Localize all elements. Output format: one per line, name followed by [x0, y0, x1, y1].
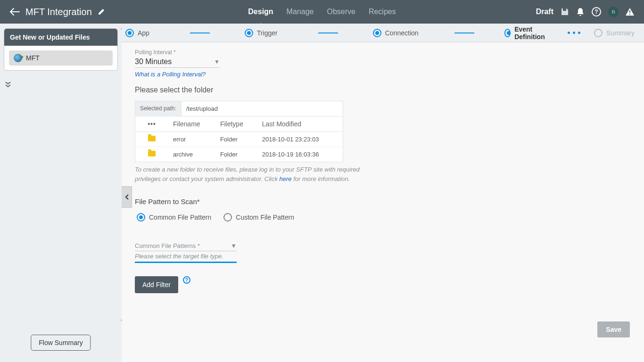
bell-icon[interactable] [576, 7, 585, 16]
integration-title: MFT Integration [25, 7, 92, 17]
sidebar-card-body: MFT [4, 46, 117, 70]
cell-filename: error [168, 132, 215, 147]
expand-chevrons-icon[interactable] [4, 80, 118, 89]
caret-down-icon: ▼ [231, 242, 237, 249]
step-connection[interactable]: Connection [373, 29, 424, 37]
folder-path-box: Selected path: /test/upload ••• Filename… [135, 101, 343, 162]
polling-interval-help-link[interactable]: What is a Polling Interval? [135, 71, 206, 78]
folder-table: ••• Filename Filetype Last Modified erro… [135, 116, 343, 162]
add-filter-button[interactable]: Add Filter [135, 276, 178, 293]
table-row[interactable]: archive Folder 2018-10-19 16:03:36 [135, 147, 343, 162]
svg-rect-2 [629, 10, 630, 13]
alert-triangle-icon[interactable] [625, 8, 635, 16]
help-circle-icon[interactable]: ? [591, 7, 602, 17]
main: ▲ Get New or Updated Files MFT Flow Summ… [0, 24, 644, 362]
pattern-section-title: File Pattern to Scan* [135, 197, 631, 206]
table-row[interactable]: error Folder 2018-10-01 23:23:03 [135, 132, 343, 147]
step-circle-icon [594, 29, 603, 37]
help-circle-icon[interactable]: ? [183, 276, 190, 284]
svg-text:?: ? [594, 8, 598, 15]
sidebar-item-mft[interactable]: MFT [9, 50, 113, 66]
cell-last-modified: 2018-10-01 23:23:03 [257, 132, 343, 147]
radio-icon [223, 213, 232, 222]
cell-filetype: Folder [215, 132, 257, 147]
top-bar: MFT Integration Design Manage Observe Re… [0, 0, 644, 24]
step-label: Connection [385, 29, 419, 37]
flow-summary-button[interactable]: Flow Summary [31, 335, 91, 351]
common-patterns-help: Please select the target file type. [135, 253, 631, 260]
path-header: Selected path: /test/upload [135, 101, 343, 116]
tab-design[interactable]: Design [248, 0, 273, 24]
folder-icon [148, 136, 156, 141]
cell-filename: archive [168, 147, 215, 162]
folder-note: To create a new folder to receive files,… [135, 165, 380, 183]
save-button[interactable]: Save [597, 321, 630, 337]
topbar-left: MFT Integration [0, 7, 105, 17]
step-label: App [138, 29, 149, 37]
tab-recipes[interactable]: Recipes [369, 0, 396, 24]
path-value: /test/upload [182, 101, 223, 116]
step-event-definition[interactable]: Event Definition [504, 25, 555, 41]
avatar[interactable]: n [608, 7, 619, 17]
polling-interval-label: Polling Interval * [135, 49, 631, 56]
step-connector [318, 33, 338, 33]
folder-section-title: Please select the folder [135, 86, 631, 94]
col-filename: Filename [168, 116, 215, 132]
folder-note-post: for more information. [292, 175, 350, 182]
sidebar-card: Get New or Updated Files MFT [4, 28, 118, 71]
col-last-modified: Last Modified [257, 116, 343, 132]
step-label: Event Definition [514, 25, 549, 41]
col-filetype: Filetype [215, 116, 257, 132]
highlight-underline [135, 262, 237, 263]
polling-interval-field: Polling Interval * 30 Minutes ▼ What is … [135, 49, 631, 78]
folder-icon [148, 151, 156, 156]
polling-interval-select[interactable]: 30 Minutes ▼ [135, 56, 220, 68]
add-filter-row: Add Filter ? [135, 276, 631, 293]
step-app[interactable]: App [125, 29, 155, 37]
pattern-radio-group: Common File Pattern Custom File Pattern [137, 213, 631, 222]
form-body: Polling Interval * 30 Minutes ▼ What is … [122, 42, 644, 362]
back-arrow-icon[interactable] [9, 8, 20, 16]
stepper: App Trigger Connection Event Definition [122, 24, 644, 42]
content: App Trigger Connection Event Definition [122, 24, 644, 362]
step-label: Trigger [257, 29, 278, 37]
radio-label: Common File Pattern [149, 214, 211, 221]
sidebar: ▲ Get New or Updated Files MFT Flow Summ… [0, 24, 122, 362]
radio-icon [137, 213, 145, 222]
caret-down-icon: ▼ [214, 58, 220, 65]
step-connector [190, 33, 210, 33]
step-connector [454, 33, 474, 33]
common-patterns-label: Common File Patterns * [135, 242, 200, 249]
folder-note-link[interactable]: here [280, 175, 292, 182]
step-circle-icon [125, 29, 134, 37]
step-circle-icon [245, 29, 253, 37]
tab-manage[interactable]: Manage [287, 0, 314, 24]
col-icon[interactable]: ••• [135, 116, 168, 132]
step-connector-dots [568, 33, 587, 33]
radio-custom-pattern[interactable]: Custom File Pattern [223, 213, 294, 222]
cell-last-modified: 2018-10-19 16:03:36 [257, 147, 343, 162]
step-summary[interactable]: Summary [594, 29, 640, 37]
step-trigger[interactable]: Trigger [245, 29, 283, 37]
radio-common-pattern[interactable]: Common File Pattern [137, 213, 211, 222]
step-circle-icon [373, 29, 381, 37]
sidebar-card-title: Get New or Updated Files [4, 29, 117, 46]
topbar-tabs: Design Manage Observe Recipes [248, 0, 396, 24]
svg-rect-3 [629, 14, 630, 15]
cell-filetype: Folder [215, 147, 257, 162]
tab-observe[interactable]: Observe [327, 0, 355, 24]
save-disk-icon[interactable] [560, 7, 570, 16]
sidebar-item-label: MFT [26, 54, 40, 62]
radio-label: Custom File Pattern [236, 214, 294, 221]
path-label: Selected path: [135, 101, 182, 116]
topbar-right: Draft ? n [536, 7, 644, 17]
step-label: Summary [606, 29, 635, 37]
globe-arrow-icon [14, 54, 22, 62]
collapse-sidebar-handle[interactable] [122, 186, 132, 208]
common-patterns-select[interactable]: Common File Patterns * ▼ [135, 242, 237, 251]
edit-pencil-icon[interactable] [98, 8, 105, 16]
status-text: Draft [536, 8, 553, 16]
polling-interval-value: 30 Minutes [135, 58, 172, 66]
step-circle-icon [504, 29, 511, 37]
